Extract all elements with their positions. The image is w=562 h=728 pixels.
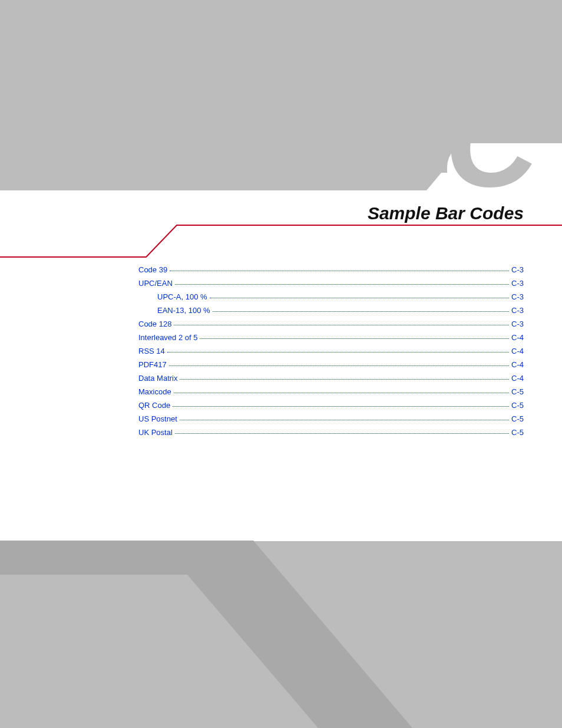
toc-entry[interactable]: EAN-13, 100 %C-3: [138, 306, 524, 315]
toc-leader-dots: [180, 379, 509, 380]
toc-label: Data Matrix: [138, 374, 177, 383]
toc-leader-dots: [170, 271, 509, 271]
toc-page: C-3: [511, 279, 524, 288]
toc-label: US Postnet: [138, 414, 177, 423]
toc-label: UK Postal: [138, 428, 173, 437]
toc-label: UPC-A, 100 %: [157, 292, 207, 301]
appendix-letter: C: [445, 77, 538, 206]
toc-entry[interactable]: UPC-A, 100 %C-3: [138, 292, 524, 301]
toc-leader-dots: [173, 406, 509, 407]
toc-entry[interactable]: UK PostalC-5: [138, 428, 524, 437]
toc-entry[interactable]: QR CodeC-5: [138, 401, 524, 410]
toc-label: Code 39: [138, 265, 167, 274]
toc-page: C-5: [511, 414, 524, 423]
toc-page: C-4: [511, 347, 524, 355]
document-page: C Sample Bar Codes Code 39C-3UPC/EANC-3U…: [0, 0, 562, 728]
toc-entry[interactable]: Code 39C-3: [138, 265, 524, 274]
svg-marker-0: [0, 541, 412, 728]
toc-entry[interactable]: Code 128C-3: [138, 319, 524, 328]
toc-leader-dots: [175, 284, 509, 285]
toc-page: C-4: [511, 374, 524, 383]
toc-label: Maxicode: [138, 387, 171, 396]
toc-leader-dots: [174, 393, 509, 393]
toc-page: C-4: [511, 333, 524, 342]
toc-leader-dots: [167, 352, 509, 353]
toc-page: C-4: [511, 360, 524, 369]
toc-label: EAN-13, 100 %: [157, 306, 210, 315]
toc-leader-dots: [210, 298, 510, 298]
toc-label: PDF417: [138, 360, 167, 369]
footer-wedge: [0, 533, 562, 728]
toc-page: C-5: [511, 401, 524, 410]
toc-label: QR Code: [138, 401, 170, 410]
toc-label: Interleaved 2 of 5: [138, 333, 197, 342]
toc-leader-dots: [174, 325, 509, 325]
svg-marker-1: [0, 541, 412, 728]
toc-entry[interactable]: US PostnetC-5: [138, 414, 524, 423]
toc-entry[interactable]: Data MatrixC-4: [138, 374, 524, 383]
toc-leader-dots: [180, 420, 509, 420]
toc-page: C-5: [511, 428, 524, 437]
toc-page: C-3: [511, 319, 524, 328]
toc-entry[interactable]: RSS 14C-4: [138, 347, 524, 355]
toc-label: UPC/EAN: [138, 279, 173, 288]
toc-page: C-3: [511, 292, 524, 301]
toc-leader-dots: [213, 311, 509, 312]
toc-leader-dots: [175, 433, 509, 434]
toc-page: C-3: [511, 306, 524, 315]
toc-leader-dots: [169, 365, 509, 366]
toc-entry[interactable]: MaxicodeC-5: [138, 387, 524, 396]
toc-leader-dots: [200, 338, 509, 339]
toc-page: C-5: [511, 387, 524, 396]
table-of-contents: Code 39C-3UPC/EANC-3UPC-A, 100 %C-3EAN-1…: [138, 265, 524, 442]
toc-entry[interactable]: Interleaved 2 of 5C-4: [138, 333, 524, 342]
toc-label: Code 128: [138, 319, 171, 328]
toc-entry[interactable]: PDF417C-4: [138, 360, 524, 369]
toc-page: C-3: [511, 265, 524, 274]
toc-entry[interactable]: UPC/EANC-3: [138, 279, 524, 288]
toc-label: RSS 14: [138, 347, 165, 355]
